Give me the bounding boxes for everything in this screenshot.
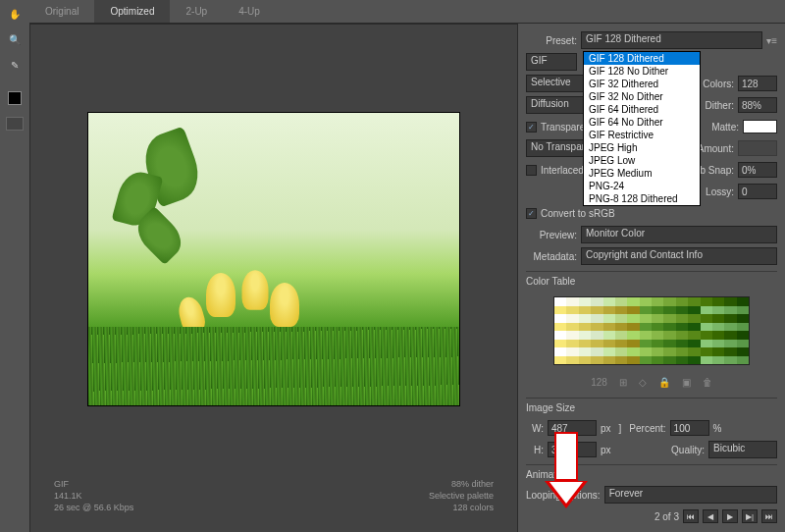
anim-next-icon[interactable]: ▶|: [742, 509, 758, 523]
interlaced-label: Interlaced: [541, 165, 584, 176]
preset-option[interactable]: GIF 32 No Dither: [584, 90, 700, 103]
preview-select[interactable]: Monitor Color: [581, 226, 777, 243]
info-format: GIF: [54, 479, 133, 489]
preview-area: GIF 141.1K 26 sec @ 56.6 Kbps 88% dither…: [29, 24, 518, 532]
preset-option[interactable]: PNG-24: [584, 180, 700, 192]
colors-input[interactable]: [738, 76, 777, 91]
anim-play-icon[interactable]: ▶: [722, 509, 738, 523]
image-size-title: Image Size: [526, 398, 777, 415]
websnap-input[interactable]: [738, 162, 777, 178]
preset-option[interactable]: GIF 128 No Dither: [584, 65, 700, 78]
metadata-select[interactable]: Copyright and Contact Info: [581, 247, 777, 265]
amount-input[interactable]: [738, 140, 777, 156]
anim-first-icon[interactable]: ⏮: [683, 509, 699, 523]
ct-lock2-icon[interactable]: 🔒: [658, 377, 670, 388]
animation-title: Animation: [526, 464, 777, 482]
preset-option[interactable]: JPEG High: [584, 141, 700, 154]
preset-option[interactable]: PNG-8 128 Dithered: [584, 192, 700, 205]
percent-unit: %: [713, 423, 722, 434]
preset-option[interactable]: GIF Restrictive: [584, 129, 700, 141]
link-icon[interactable]: ]: [619, 423, 622, 434]
tab-optimized[interactable]: Optimized: [94, 0, 170, 23]
tab-4up[interactable]: 4-Up: [223, 0, 276, 23]
preset-option[interactable]: GIF 64 No Dither: [584, 116, 700, 129]
matte-label: Matte:: [711, 122, 739, 133]
width-input[interactable]: [548, 420, 597, 436]
preview-label: Preview:: [526, 230, 577, 240]
ct-trash-icon[interactable]: 🗑: [703, 377, 712, 388]
preset-label: Preset:: [526, 35, 577, 46]
tab-original[interactable]: Original: [29, 0, 94, 23]
srgb-label: Convert to sRGB: [541, 208, 615, 219]
ct-map-icon[interactable]: ◇: [639, 377, 647, 388]
ct-lock-icon[interactable]: ⊞: [619, 377, 627, 388]
tab-2up[interactable]: 2-Up: [170, 0, 223, 23]
preset-menu-icon[interactable]: ▾≡: [766, 35, 777, 46]
color-table-grid[interactable]: [553, 296, 750, 365]
anim-prev-icon[interactable]: ◀: [703, 509, 718, 523]
percent-input[interactable]: [670, 420, 709, 436]
color-count: 128: [591, 377, 607, 388]
info-speed: 26 sec @ 56.6 Kbps: [54, 503, 133, 512]
info-palette: Selective palette: [429, 491, 494, 501]
height-input[interactable]: [548, 442, 597, 457]
background-swatch[interactable]: [6, 117, 24, 131]
view-tabs: Original Optimized 2-Up 4-Up: [29, 0, 785, 24]
preset-option[interactable]: JPEG Low: [584, 154, 700, 167]
transparency-checkbox[interactable]: ✓: [526, 122, 537, 133]
colors-label: Colors:: [703, 79, 734, 89]
settings-panel: Preset: GIF 128 Dithered ▾≡ GIF 128 Dith…: [518, 24, 785, 532]
matte-swatch[interactable]: [743, 120, 777, 133]
preset-option[interactable]: JPEG Medium: [584, 167, 700, 180]
left-toolbar: ✋ 🔍 ✎: [0, 0, 29, 532]
percent-label: Percent:: [629, 423, 665, 434]
ct-new-icon[interactable]: ▣: [682, 377, 691, 388]
preset-dropdown: GIF 128 Dithered GIF 128 No Dither GIF 3…: [583, 51, 701, 206]
amount-label: Amount:: [698, 143, 734, 154]
h-label: H:: [526, 445, 544, 455]
loop-label: Looping Options:: [526, 490, 601, 501]
interlaced-checkbox[interactable]: [526, 165, 537, 176]
info-size: 141.1K: [54, 491, 133, 501]
info-dither: 88% dither: [429, 479, 494, 489]
hand-tool-icon[interactable]: ✋: [6, 5, 24, 23]
preset-select[interactable]: GIF 128 Dithered: [581, 31, 762, 49]
format-select[interactable]: GIF: [526, 53, 577, 71]
foreground-swatch[interactable]: [8, 91, 22, 105]
loop-select[interactable]: Forever: [604, 486, 777, 504]
info-colors: 128 colors: [429, 503, 494, 512]
px-label2: px: [601, 445, 611, 455]
image-preview[interactable]: [87, 112, 460, 406]
lossy-input[interactable]: [738, 184, 777, 199]
w-label: W:: [526, 423, 544, 434]
preset-option[interactable]: GIF 128 Dithered: [584, 52, 700, 65]
preset-option[interactable]: GIF 64 Dithered: [584, 103, 700, 116]
anim-last-icon[interactable]: ⏭: [761, 509, 777, 523]
metadata-label: Metadata:: [526, 251, 577, 262]
dither-input[interactable]: [738, 97, 777, 113]
color-table-title: Color Table: [526, 271, 777, 289]
px-label: px: [601, 423, 611, 434]
frame-info: 2 of 3: [654, 511, 679, 522]
lossy-label: Lossy:: [706, 186, 734, 197]
quality-label: Quality:: [671, 445, 705, 455]
srgb-checkbox[interactable]: ✓: [526, 208, 537, 219]
zoom-tool-icon[interactable]: 🔍: [6, 30, 24, 48]
dither-label: Dither:: [706, 100, 734, 111]
quality-select[interactable]: Bicubic: [708, 441, 777, 458]
eyedropper-tool-icon[interactable]: ✎: [6, 56, 24, 74]
preset-option[interactable]: GIF 32 Dithered: [584, 78, 700, 90]
